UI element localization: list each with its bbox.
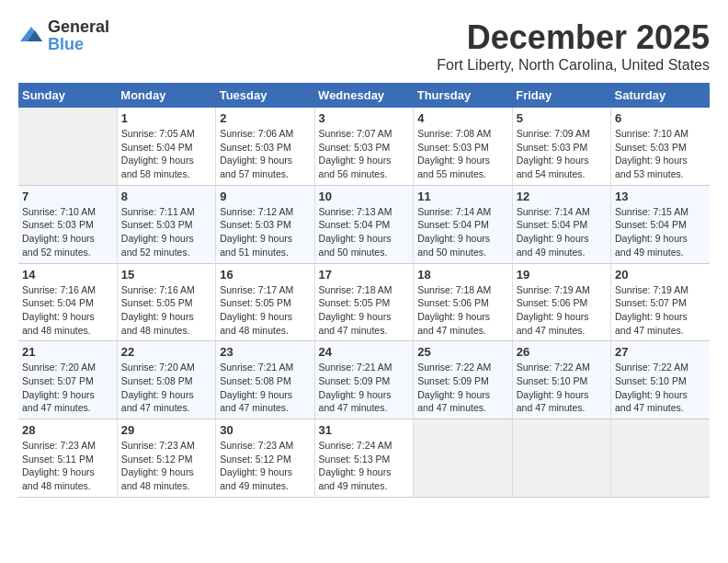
header: General Blue December 2025 Fort Liberty,… bbox=[18, 18, 710, 74]
day-number: 5 bbox=[517, 111, 607, 125]
day-info: Sunrise: 7:19 AMSunset: 5:07 PMDaylight:… bbox=[615, 283, 706, 338]
day-info: Sunrise: 7:11 AMSunset: 5:03 PMDaylight:… bbox=[121, 205, 211, 259]
day-number: 12 bbox=[517, 190, 607, 203]
calendar-cell: 13Sunrise: 7:15 AMSunset: 5:04 PMDayligh… bbox=[611, 185, 711, 263]
calendar-cell: 30Sunrise: 7:23 AMSunset: 5:12 PMDayligh… bbox=[216, 419, 314, 498]
calendar-cell: 2Sunrise: 7:06 AMSunset: 5:03 PMDaylight… bbox=[216, 108, 314, 185]
day-info: Sunrise: 7:17 AMSunset: 5:05 PMDaylight:… bbox=[220, 283, 310, 338]
weekday-header: Sunday bbox=[18, 83, 117, 108]
calendar-cell: 18Sunrise: 7:18 AMSunset: 5:06 PMDayligh… bbox=[414, 263, 512, 341]
calendar-cell: 11Sunrise: 7:14 AMSunset: 5:04 PMDayligh… bbox=[414, 185, 512, 263]
day-info: Sunrise: 7:22 AMSunset: 5:10 PMDaylight:… bbox=[517, 361, 607, 415]
day-info: Sunrise: 7:23 AMSunset: 5:12 PMDaylight:… bbox=[220, 439, 310, 493]
day-info: Sunrise: 7:22 AMSunset: 5:09 PMDaylight:… bbox=[417, 361, 507, 415]
calendar-cell: 17Sunrise: 7:18 AMSunset: 5:05 PMDayligh… bbox=[314, 263, 414, 341]
day-info: Sunrise: 7:12 AMSunset: 5:03 PMDaylight:… bbox=[220, 205, 310, 259]
weekday-header: Thursday bbox=[414, 83, 512, 108]
day-info: Sunrise: 7:16 AMSunset: 5:04 PMDaylight:… bbox=[22, 283, 113, 338]
day-number: 2 bbox=[220, 111, 310, 125]
logo: General Blue bbox=[18, 18, 109, 53]
day-number: 7 bbox=[22, 190, 113, 203]
day-number: 26 bbox=[517, 345, 607, 359]
calendar-week-row: 21Sunrise: 7:20 AMSunset: 5:07 PMDayligh… bbox=[18, 341, 710, 419]
day-info: Sunrise: 7:09 AMSunset: 5:03 PMDaylight:… bbox=[517, 127, 607, 181]
day-number: 11 bbox=[417, 190, 507, 203]
day-info: Sunrise: 7:14 AMSunset: 5:04 PMDaylight:… bbox=[517, 205, 607, 259]
day-number: 8 bbox=[121, 190, 211, 203]
day-number: 27 bbox=[615, 345, 706, 359]
calendar-cell: 28Sunrise: 7:23 AMSunset: 5:11 PMDayligh… bbox=[18, 419, 117, 498]
calendar-cell: 24Sunrise: 7:21 AMSunset: 5:09 PMDayligh… bbox=[314, 341, 414, 419]
day-info: Sunrise: 7:18 AMSunset: 5:05 PMDaylight:… bbox=[319, 283, 410, 338]
day-info: Sunrise: 7:18 AMSunset: 5:06 PMDaylight:… bbox=[417, 283, 507, 338]
calendar-cell: 27Sunrise: 7:22 AMSunset: 5:10 PMDayligh… bbox=[611, 341, 711, 419]
day-number: 14 bbox=[22, 268, 113, 282]
day-info: Sunrise: 7:15 AMSunset: 5:04 PMDaylight:… bbox=[615, 205, 706, 259]
calendar-cell: 7Sunrise: 7:10 AMSunset: 5:03 PMDaylight… bbox=[18, 185, 117, 263]
calendar-cell bbox=[414, 419, 512, 498]
day-number: 30 bbox=[220, 423, 310, 437]
calendar-cell bbox=[512, 419, 610, 498]
day-info: Sunrise: 7:19 AMSunset: 5:06 PMDaylight:… bbox=[517, 283, 607, 338]
day-number: 18 bbox=[417, 268, 507, 282]
day-info: Sunrise: 7:20 AMSunset: 5:07 PMDaylight:… bbox=[22, 361, 113, 415]
day-number: 13 bbox=[615, 190, 706, 203]
day-number: 21 bbox=[22, 345, 113, 359]
day-number: 24 bbox=[319, 345, 410, 359]
calendar-week-row: 28Sunrise: 7:23 AMSunset: 5:11 PMDayligh… bbox=[18, 419, 710, 498]
day-number: 16 bbox=[220, 268, 310, 282]
logo-icon bbox=[18, 23, 44, 49]
day-number: 25 bbox=[417, 345, 507, 359]
day-number: 4 bbox=[417, 111, 507, 125]
weekday-header: Saturday bbox=[611, 83, 711, 108]
title-area: December 2025 Fort Liberty, North Caroli… bbox=[437, 18, 710, 74]
day-info: Sunrise: 7:21 AMSunset: 5:09 PMDaylight:… bbox=[319, 361, 410, 415]
day-info: Sunrise: 7:16 AMSunset: 5:05 PMDaylight:… bbox=[121, 283, 211, 338]
day-number: 1 bbox=[121, 111, 211, 125]
calendar-table: SundayMondayTuesdayWednesdayThursdayFrid… bbox=[18, 83, 710, 498]
weekday-header: Monday bbox=[117, 83, 215, 108]
calendar-cell: 8Sunrise: 7:11 AMSunset: 5:03 PMDaylight… bbox=[117, 185, 215, 263]
day-number: 29 bbox=[121, 423, 211, 437]
day-info: Sunrise: 7:07 AMSunset: 5:03 PMDaylight:… bbox=[319, 127, 410, 181]
logo-blue: Blue bbox=[48, 36, 109, 53]
weekday-header: Tuesday bbox=[216, 83, 314, 108]
month-title: December 2025 bbox=[437, 18, 710, 57]
calendar-cell bbox=[18, 108, 117, 185]
calendar-week-row: 1Sunrise: 7:05 AMSunset: 5:04 PMDaylight… bbox=[18, 108, 710, 185]
day-info: Sunrise: 7:20 AMSunset: 5:08 PMDaylight:… bbox=[121, 361, 211, 415]
calendar-cell: 5Sunrise: 7:09 AMSunset: 5:03 PMDaylight… bbox=[512, 108, 610, 185]
calendar-cell bbox=[611, 419, 711, 498]
calendar-cell: 12Sunrise: 7:14 AMSunset: 5:04 PMDayligh… bbox=[512, 185, 610, 263]
day-number: 9 bbox=[220, 190, 310, 203]
calendar-cell: 23Sunrise: 7:21 AMSunset: 5:08 PMDayligh… bbox=[216, 341, 314, 419]
day-number: 22 bbox=[121, 345, 211, 359]
day-info: Sunrise: 7:10 AMSunset: 5:03 PMDaylight:… bbox=[22, 205, 113, 259]
weekday-header: Wednesday bbox=[314, 83, 414, 108]
day-number: 20 bbox=[615, 268, 706, 282]
day-number: 31 bbox=[319, 423, 410, 437]
calendar-cell: 20Sunrise: 7:19 AMSunset: 5:07 PMDayligh… bbox=[611, 263, 711, 341]
calendar-week-row: 14Sunrise: 7:16 AMSunset: 5:04 PMDayligh… bbox=[18, 263, 710, 341]
day-info: Sunrise: 7:21 AMSunset: 5:08 PMDaylight:… bbox=[220, 361, 310, 415]
calendar-week-row: 7Sunrise: 7:10 AMSunset: 5:03 PMDaylight… bbox=[18, 185, 710, 263]
calendar-cell: 26Sunrise: 7:22 AMSunset: 5:10 PMDayligh… bbox=[512, 341, 610, 419]
calendar-cell: 1Sunrise: 7:05 AMSunset: 5:04 PMDaylight… bbox=[117, 108, 215, 185]
calendar-cell: 25Sunrise: 7:22 AMSunset: 5:09 PMDayligh… bbox=[414, 341, 512, 419]
calendar-cell: 22Sunrise: 7:20 AMSunset: 5:08 PMDayligh… bbox=[117, 341, 215, 419]
day-info: Sunrise: 7:23 AMSunset: 5:11 PMDaylight:… bbox=[22, 439, 113, 493]
day-info: Sunrise: 7:14 AMSunset: 5:04 PMDaylight:… bbox=[417, 205, 507, 259]
day-info: Sunrise: 7:22 AMSunset: 5:10 PMDaylight:… bbox=[615, 361, 706, 415]
calendar-cell: 15Sunrise: 7:16 AMSunset: 5:05 PMDayligh… bbox=[117, 263, 215, 341]
calendar-cell: 10Sunrise: 7:13 AMSunset: 5:04 PMDayligh… bbox=[314, 185, 414, 263]
day-number: 3 bbox=[319, 111, 410, 125]
day-info: Sunrise: 7:10 AMSunset: 5:03 PMDaylight:… bbox=[615, 127, 706, 181]
calendar-cell: 3Sunrise: 7:07 AMSunset: 5:03 PMDaylight… bbox=[314, 108, 414, 185]
day-info: Sunrise: 7:13 AMSunset: 5:04 PMDaylight:… bbox=[319, 205, 410, 259]
day-number: 23 bbox=[220, 345, 310, 359]
calendar-cell: 16Sunrise: 7:17 AMSunset: 5:05 PMDayligh… bbox=[216, 263, 314, 341]
location-title: Fort Liberty, North Carolina, United Sta… bbox=[437, 57, 710, 74]
day-info: Sunrise: 7:24 AMSunset: 5:13 PMDaylight:… bbox=[319, 439, 410, 493]
day-info: Sunrise: 7:06 AMSunset: 5:03 PMDaylight:… bbox=[220, 127, 310, 181]
day-number: 10 bbox=[319, 190, 410, 203]
